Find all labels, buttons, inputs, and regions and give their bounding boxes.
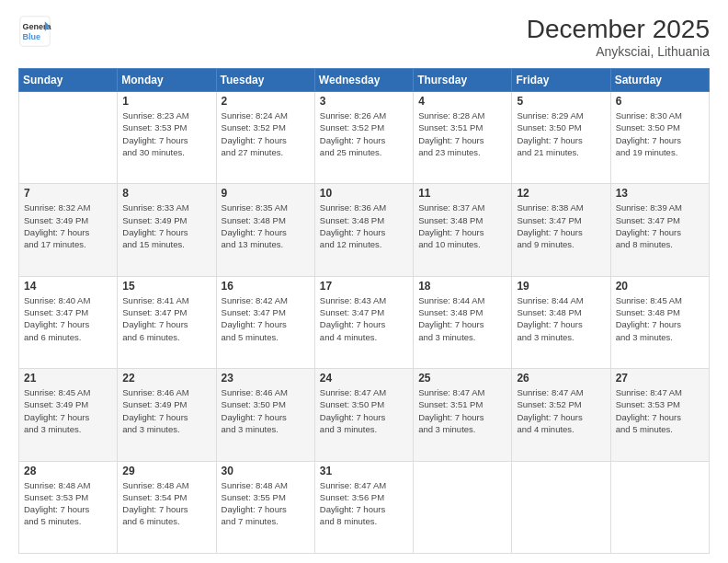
day-number: 12 [517, 187, 605, 200]
logo-icon: General Blue [18, 15, 51, 48]
day-info: Sunrise: 8:47 AMSunset: 3:52 PMDaylight:… [517, 386, 605, 435]
calendar-cell: 15Sunrise: 8:41 AMSunset: 3:47 PMDayligh… [118, 276, 216, 368]
location-subtitle: Anyksciai, Lithuania [527, 44, 710, 59]
day-number: 31 [320, 465, 408, 477]
day-number: 9 [222, 187, 310, 200]
day-info: Sunrise: 8:36 AMSunset: 3:48 PMDaylight:… [320, 201, 408, 250]
calendar-body: 1Sunrise: 8:23 AMSunset: 3:53 PMDaylight… [19, 92, 710, 554]
day-number: 24 [320, 372, 408, 385]
calendar-cell: 25Sunrise: 8:47 AMSunset: 3:51 PMDayligh… [414, 369, 512, 461]
day-number: 8 [122, 187, 210, 200]
header: General Blue December 2025 Anyksciai, Li… [18, 15, 710, 59]
calendar-cell: 16Sunrise: 8:42 AMSunset: 3:47 PMDayligh… [216, 276, 314, 368]
calendar-day-header: Saturday [610, 69, 709, 92]
calendar-day-header: Friday [512, 69, 610, 92]
svg-text:Blue: Blue [23, 32, 41, 41]
day-info: Sunrise: 8:47 AMSunset: 3:50 PMDaylight:… [320, 386, 408, 435]
calendar-cell [414, 461, 512, 553]
calendar-day-header: Tuesday [216, 69, 314, 92]
calendar-cell: 24Sunrise: 8:47 AMSunset: 3:50 PMDayligh… [314, 369, 413, 461]
calendar-cell: 3Sunrise: 8:26 AMSunset: 3:52 PMDaylight… [314, 92, 413, 184]
day-number: 3 [320, 95, 408, 108]
calendar-cell: 30Sunrise: 8:48 AMSunset: 3:55 PMDayligh… [216, 461, 314, 553]
day-number: 30 [222, 465, 310, 477]
day-number: 29 [122, 465, 210, 477]
day-number: 26 [517, 372, 605, 385]
day-number: 13 [616, 187, 704, 200]
title-block: December 2025 Anyksciai, Lithuania [527, 15, 710, 59]
calendar-cell: 7Sunrise: 8:32 AMSunset: 3:49 PMDaylight… [19, 184, 118, 276]
day-number: 25 [418, 372, 506, 385]
month-year-title: December 2025 [527, 15, 710, 44]
day-info: Sunrise: 8:48 AMSunset: 3:54 PMDaylight:… [122, 479, 210, 528]
day-info: Sunrise: 8:26 AMSunset: 3:52 PMDaylight:… [320, 109, 408, 158]
calendar-cell [610, 461, 709, 553]
calendar-cell: 29Sunrise: 8:48 AMSunset: 3:54 PMDayligh… [118, 461, 216, 553]
day-info: Sunrise: 8:43 AMSunset: 3:47 PMDaylight:… [320, 294, 408, 343]
day-info: Sunrise: 8:42 AMSunset: 3:47 PMDaylight:… [222, 294, 310, 343]
day-info: Sunrise: 8:48 AMSunset: 3:53 PMDaylight:… [24, 479, 112, 528]
day-info: Sunrise: 8:32 AMSunset: 3:49 PMDaylight:… [24, 201, 112, 250]
day-info: Sunrise: 8:28 AMSunset: 3:51 PMDaylight:… [418, 109, 506, 158]
day-info: Sunrise: 8:39 AMSunset: 3:47 PMDaylight:… [616, 201, 704, 250]
day-number: 18 [418, 280, 506, 293]
calendar-cell: 11Sunrise: 8:37 AMSunset: 3:48 PMDayligh… [414, 184, 512, 276]
calendar-week-row: 21Sunrise: 8:45 AMSunset: 3:49 PMDayligh… [19, 369, 710, 461]
calendar-week-row: 28Sunrise: 8:48 AMSunset: 3:53 PMDayligh… [19, 461, 710, 553]
calendar-cell: 18Sunrise: 8:44 AMSunset: 3:48 PMDayligh… [414, 276, 512, 368]
calendar-cell: 4Sunrise: 8:28 AMSunset: 3:51 PMDaylight… [414, 92, 512, 184]
day-info: Sunrise: 8:46 AMSunset: 3:49 PMDaylight:… [122, 386, 210, 435]
day-number: 1 [122, 95, 210, 108]
calendar-cell: 1Sunrise: 8:23 AMSunset: 3:53 PMDaylight… [118, 92, 216, 184]
calendar-cell: 2Sunrise: 8:24 AMSunset: 3:52 PMDaylight… [216, 92, 314, 184]
day-info: Sunrise: 8:29 AMSunset: 3:50 PMDaylight:… [517, 109, 605, 158]
day-info: Sunrise: 8:46 AMSunset: 3:50 PMDaylight:… [222, 386, 310, 435]
page: General Blue December 2025 Anyksciai, Li… [0, 0, 728, 563]
day-info: Sunrise: 8:47 AMSunset: 3:53 PMDaylight:… [616, 386, 704, 435]
calendar-cell: 6Sunrise: 8:30 AMSunset: 3:50 PMDaylight… [610, 92, 709, 184]
calendar-cell: 9Sunrise: 8:35 AMSunset: 3:48 PMDaylight… [216, 184, 314, 276]
calendar-week-row: 14Sunrise: 8:40 AMSunset: 3:47 PMDayligh… [19, 276, 710, 368]
calendar-cell [19, 92, 118, 184]
day-number: 21 [24, 372, 112, 385]
calendar-cell: 26Sunrise: 8:47 AMSunset: 3:52 PMDayligh… [512, 369, 610, 461]
day-info: Sunrise: 8:47 AMSunset: 3:56 PMDaylight:… [320, 479, 408, 528]
day-number: 27 [616, 372, 704, 385]
calendar-cell: 22Sunrise: 8:46 AMSunset: 3:49 PMDayligh… [118, 369, 216, 461]
calendar-cell: 10Sunrise: 8:36 AMSunset: 3:48 PMDayligh… [314, 184, 413, 276]
calendar-header-row: SundayMondayTuesdayWednesdayThursdayFrid… [19, 69, 710, 92]
calendar-cell: 19Sunrise: 8:44 AMSunset: 3:48 PMDayligh… [512, 276, 610, 368]
day-number: 20 [616, 280, 704, 293]
calendar-cell: 12Sunrise: 8:38 AMSunset: 3:47 PMDayligh… [512, 184, 610, 276]
day-info: Sunrise: 8:23 AMSunset: 3:53 PMDaylight:… [122, 109, 210, 158]
day-number: 2 [222, 95, 310, 108]
day-info: Sunrise: 8:41 AMSunset: 3:47 PMDaylight:… [122, 294, 210, 343]
day-info: Sunrise: 8:33 AMSunset: 3:49 PMDaylight:… [122, 201, 210, 250]
day-number: 11 [418, 187, 506, 200]
logo: General Blue [18, 15, 51, 48]
calendar-week-row: 7Sunrise: 8:32 AMSunset: 3:49 PMDaylight… [19, 184, 710, 276]
day-number: 14 [24, 280, 112, 293]
calendar-cell: 31Sunrise: 8:47 AMSunset: 3:56 PMDayligh… [314, 461, 413, 553]
calendar-cell: 5Sunrise: 8:29 AMSunset: 3:50 PMDaylight… [512, 92, 610, 184]
calendar-week-row: 1Sunrise: 8:23 AMSunset: 3:53 PMDaylight… [19, 92, 710, 184]
day-info: Sunrise: 8:37 AMSunset: 3:48 PMDaylight:… [418, 201, 506, 250]
day-info: Sunrise: 8:47 AMSunset: 3:51 PMDaylight:… [418, 386, 506, 435]
day-number: 5 [517, 95, 605, 108]
day-number: 6 [616, 95, 704, 108]
day-number: 19 [517, 280, 605, 293]
calendar-cell: 14Sunrise: 8:40 AMSunset: 3:47 PMDayligh… [19, 276, 118, 368]
day-info: Sunrise: 8:24 AMSunset: 3:52 PMDaylight:… [222, 109, 310, 158]
calendar-cell: 20Sunrise: 8:45 AMSunset: 3:48 PMDayligh… [610, 276, 709, 368]
calendar-day-header: Sunday [19, 69, 118, 92]
calendar-day-header: Wednesday [314, 69, 413, 92]
day-number: 4 [418, 95, 506, 108]
day-info: Sunrise: 8:44 AMSunset: 3:48 PMDaylight:… [418, 294, 506, 343]
day-info: Sunrise: 8:40 AMSunset: 3:47 PMDaylight:… [24, 294, 112, 343]
day-info: Sunrise: 8:44 AMSunset: 3:48 PMDaylight:… [517, 294, 605, 343]
calendar-table: SundayMondayTuesdayWednesdayThursdayFrid… [18, 68, 710, 554]
calendar-day-header: Thursday [414, 69, 512, 92]
calendar-cell: 8Sunrise: 8:33 AMSunset: 3:49 PMDaylight… [118, 184, 216, 276]
day-info: Sunrise: 8:45 AMSunset: 3:48 PMDaylight:… [616, 294, 704, 343]
day-number: 15 [122, 280, 210, 293]
